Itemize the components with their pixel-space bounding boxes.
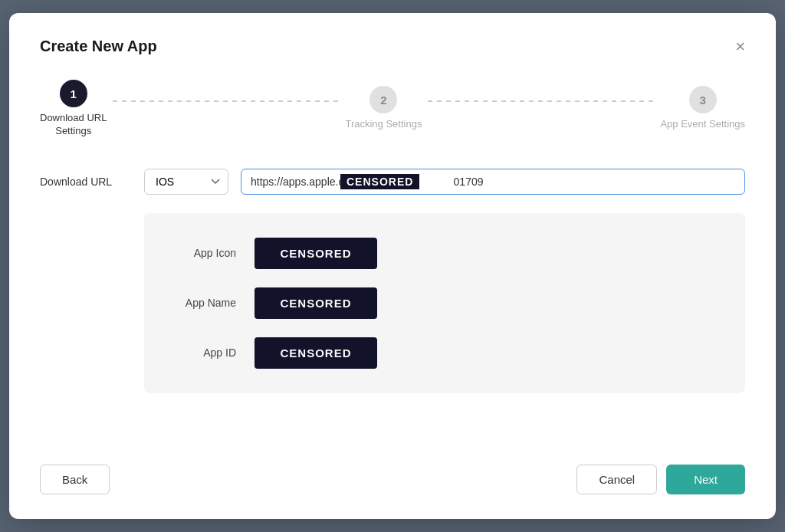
- url-input-wrapper: CENSORED: [241, 169, 745, 195]
- next-button[interactable]: Next: [666, 465, 745, 494]
- step-3: 3 App Event Settings: [660, 86, 745, 131]
- modal-title: Create New App: [40, 38, 157, 55]
- stepper: 1 Download URLSettings 2 Tracking Settin…: [40, 80, 745, 138]
- app-icon-row: App Icon CENSORED: [175, 238, 714, 269]
- url-input[interactable]: [241, 169, 745, 195]
- app-id-censored: CENSORED: [255, 337, 377, 369]
- app-name-label: App Name: [175, 297, 236, 309]
- step-2-label: Tracking Settings: [345, 118, 422, 131]
- back-button[interactable]: Back: [40, 465, 110, 494]
- step-1-number: 1: [71, 87, 77, 100]
- step-2: 2 Tracking Settings: [345, 86, 422, 131]
- step-2-number: 2: [380, 94, 386, 107]
- app-id-label: App ID: [175, 346, 236, 359]
- app-id-row: App ID CENSORED: [175, 337, 714, 369]
- step-1-circle: 1: [60, 80, 87, 107]
- step-1: 1 Download URLSettings: [40, 80, 107, 138]
- app-icon-censored: CENSORED: [255, 238, 377, 269]
- form-section: Download URL IOS Android CENSORED App Ic…: [40, 169, 745, 428]
- modal-footer: Back Cancel Next: [40, 452, 745, 494]
- modal-header: Create New App ×: [40, 38, 745, 55]
- app-name-row: App Name CENSORED: [175, 287, 714, 319]
- step-3-circle: 3: [689, 86, 717, 113]
- step-3-number: 3: [700, 94, 706, 107]
- cancel-button[interactable]: Cancel: [576, 465, 657, 494]
- url-censored-overlay: CENSORED: [340, 174, 419, 189]
- app-icon-label: App Icon: [175, 247, 236, 259]
- app-name-censored: CENSORED: [255, 287, 377, 319]
- download-url-row: Download URL IOS Android CENSORED: [40, 169, 745, 195]
- modal-dialog: Create New App × 1 Download URLSettings …: [9, 13, 776, 519]
- step-connector-2: [428, 100, 654, 102]
- step-1-label: Download URLSettings: [40, 112, 107, 138]
- download-url-label: Download URL: [40, 176, 132, 188]
- info-card: App Icon CENSORED App Name CENSORED App …: [144, 213, 745, 393]
- step-connector-1: [113, 100, 339, 102]
- footer-right-buttons: Cancel Next: [576, 465, 745, 494]
- platform-select[interactable]: IOS Android: [144, 169, 228, 195]
- step-3-label: App Event Settings: [660, 118, 745, 131]
- close-button[interactable]: ×: [735, 38, 745, 55]
- step-2-circle: 2: [370, 86, 397, 113]
